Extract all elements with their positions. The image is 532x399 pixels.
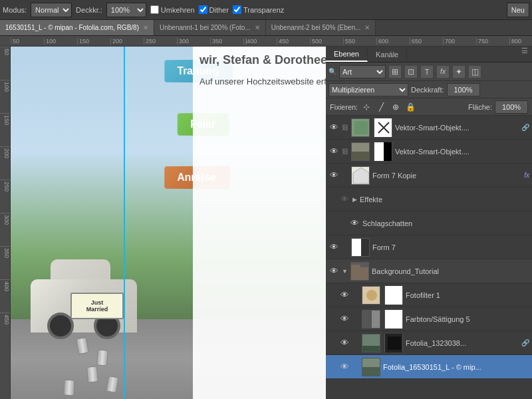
ruler-left: 50 100 150 200 250 300 350 400 450: [0, 47, 11, 399]
layer-schlagschatten[interactable]: 👁 Schlagschatten: [326, 211, 532, 235]
dither-checkbox[interactable]: [199, 5, 207, 14]
layer-visibility-effekte[interactable]: 👁: [339, 194, 350, 205]
guide-line-blue: [124, 47, 125, 399]
search-icon: 🔍: [329, 68, 336, 75]
layer-visibility-schlag[interactable]: 👁: [349, 218, 360, 229]
layer-farbton[interactable]: 👁 Farbton/Sättigung 5: [326, 307, 532, 331]
fix-bar: Fixieren: ⊹ ╱ ⊕ 🔒 Fläche:: [326, 98, 532, 116]
dither-label: Dither: [209, 6, 229, 14]
layer-form7kopie[interactable]: 👁 Form 7 Kopie fx: [326, 164, 532, 188]
opacity-label: Deckkraft:: [411, 86, 444, 94]
layer-thumb-vektor1: [351, 118, 370, 137]
layer-visibility-fotolia2[interactable]: 👁: [339, 362, 350, 372]
layer-visibility-form7kopie[interactable]: 👁: [329, 170, 339, 181]
chain-icon-4: [342, 242, 348, 253]
canvas-area[interactable]: 50 100 150 200 250 300 350 400 450 J: [0, 47, 326, 399]
layers-list: 👁 ⛓ Vektor-Smart-Objekt.... 🔗 👁 ⛓: [326, 116, 532, 399]
layer-mask-fotofilter: [384, 286, 403, 305]
mode-select[interactable]: Normal: [31, 3, 72, 17]
filter-icon-5[interactable]: ✦: [452, 65, 466, 78]
layer-form7[interactable]: 👁 Form 7: [326, 235, 532, 259]
layer-thumb-fotolia2: [362, 358, 380, 376]
fix-label: Fixieren:: [330, 103, 358, 111]
chain-icon-6: [352, 314, 359, 325]
filter-icon-4[interactable]: fx: [436, 65, 450, 78]
car-main: Just Married: [31, 279, 137, 332]
svg-rect-9: [361, 238, 369, 257]
svg-rect-4: [352, 152, 369, 161]
layer-visibility-vektor2[interactable]: 👁: [329, 146, 339, 157]
tab-1[interactable]: 16530151_L - © mipan - Fotolia.com, RGB/…: [0, 20, 154, 35]
blend-bar: Multiplizieren Deckkraft:: [326, 81, 532, 98]
svg-rect-16: [362, 310, 372, 329]
panel-tab-ebenen[interactable]: Ebenen: [326, 47, 368, 62]
svg-rect-10: [351, 267, 368, 281]
bg-group-triangle[interactable]: ▼: [342, 268, 348, 275]
fix-all-icon[interactable]: 🔒: [404, 101, 416, 113]
filter-icon-1[interactable]: ⊞: [388, 65, 402, 78]
layer-thumb-fotofilter: [362, 286, 380, 305]
fix-pixel-icon[interactable]: ╱: [375, 101, 387, 113]
layer-fotolia1323038[interactable]: 👁 Fotolia_1323038... 🔗: [326, 331, 532, 355]
svg-rect-23: [362, 367, 380, 376]
svg-rect-8: [352, 238, 361, 257]
transparency-checkbox[interactable]: [233, 5, 241, 14]
fill-label: Fläche:: [468, 103, 492, 111]
filter-icon-6[interactable]: ◫: [468, 65, 481, 78]
fill-input[interactable]: [495, 100, 528, 114]
layer-visibility-vektor1[interactable]: 👁: [329, 122, 339, 133]
layer-vektor2[interactable]: 👁 ⛓ Vektor-Smart-Objekt....: [326, 140, 532, 164]
layer-name-form7kopie: Form 7 Kopie: [372, 172, 521, 180]
layer-visibility-form7[interactable]: 👁: [329, 242, 339, 253]
panel-menu-icon[interactable]: ☰: [517, 47, 532, 62]
tab-2-close[interactable]: ✕: [255, 24, 260, 31]
tab-1-close[interactable]: ✕: [143, 24, 148, 31]
filter-icon-2[interactable]: ⊡: [404, 65, 418, 78]
layer-thumb-farbton: [362, 310, 380, 329]
filter-icon-3[interactable]: T: [420, 65, 434, 78]
just-married-sign: Just Married: [70, 293, 124, 319]
layer-vektor1[interactable]: 👁 ⛓ Vektor-Smart-Objekt.... 🔗: [326, 116, 532, 140]
layer-name-effekte: Effekte: [360, 196, 529, 203]
tab-3-close[interactable]: ✕: [364, 24, 370, 31]
panel-tab-kanaele[interactable]: Kanäle: [368, 47, 407, 62]
layer-name-farbton: Farbton/Sättigung 5: [406, 315, 529, 323]
transparency-label: Transparenz: [243, 6, 284, 14]
layer-group-background[interactable]: 👁 ▼ Background_Tutorial: [326, 259, 532, 283]
blend-mode-select[interactable]: Multiplizieren: [329, 83, 408, 96]
fix-position-icon[interactable]: ⊹: [360, 101, 372, 113]
layer-fotolia16530151[interactable]: 👁 Fotolia_16530151_L - © mip...: [326, 355, 532, 379]
chain-icon-5: [352, 290, 359, 301]
fix-paint-icon[interactable]: ⊕: [390, 101, 402, 113]
filter-select[interactable]: Art: [339, 65, 386, 78]
tab-3[interactable]: Unbenannt-2 bei 50% (Eben... ✕: [266, 20, 376, 35]
chain-icon-1: ⛓: [342, 122, 348, 133]
layer-visibility-farbton[interactable]: 👁: [339, 314, 350, 325]
opacity-input[interactable]: [447, 83, 480, 96]
chain-icon-2: ⛓: [342, 146, 348, 157]
layer-visibility-bg-group[interactable]: 👁: [329, 266, 339, 277]
tab-bar: 16530151_L - © mipan - Fotolia.com, RGB/…: [0, 20, 532, 36]
layer-name-bg-group: Background_Tutorial: [372, 267, 529, 275]
layer-name-fotofilter: Fotofilter 1: [406, 291, 529, 299]
dither-group: Dither: [199, 5, 229, 14]
layer-visibility-fotofilter[interactable]: 👁: [339, 290, 350, 301]
tab-2-label: Unbenannt-1 bei 200% (Foto...: [160, 24, 251, 31]
tab-2[interactable]: Unbenannt-1 bei 200% (Foto... ✕: [154, 20, 266, 35]
canvas-content: Just Married Trauung Feier Anreise wir, …: [11, 47, 326, 399]
layer-mask-vektor2: [374, 142, 392, 161]
paper-text-sub: Auf unserer Hochzeitswebsite erfa: [193, 76, 326, 86]
tin-can-3: [86, 366, 98, 382]
layer-visibility-fotolia1[interactable]: 👁: [339, 338, 350, 348]
opacity-select[interactable]: 100%: [106, 3, 146, 17]
layer-fotofilter[interactable]: 👁 Fotofilter 1: [326, 283, 532, 307]
new-button[interactable]: Neu: [507, 3, 529, 17]
panels: Ebenen Kanäle ☰ 🔍 Art ⊞ ⊡ T fx ✦ ◫ Multi…: [326, 47, 532, 399]
layer-effekte[interactable]: 👁 ▶ Effekte: [326, 188, 532, 211]
reverse-group: Umkehren: [150, 5, 195, 14]
chain-icon-3: [342, 170, 348, 181]
effekte-triangle[interactable]: ▶: [352, 196, 357, 203]
layer-thumb-vektor2: [351, 142, 370, 161]
chain-icon-7: [352, 338, 359, 348]
reverse-checkbox[interactable]: [150, 5, 159, 14]
